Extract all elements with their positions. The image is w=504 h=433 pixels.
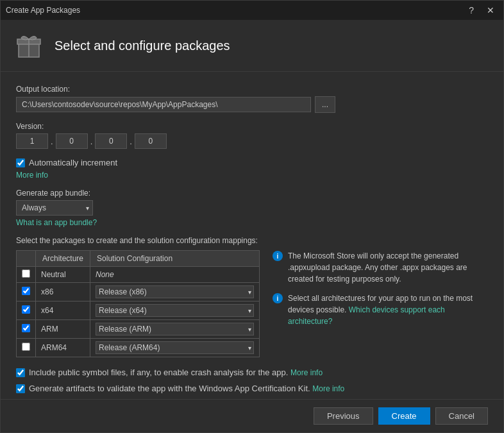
header-section: Select and configure packages — [1, 20, 503, 72]
output-location-row: ... — [16, 96, 488, 113]
row-check-cell — [17, 267, 36, 283]
version-sep-1: . — [51, 137, 53, 146]
auto-increment-row: Automatically increment — [16, 158, 488, 167]
x86-config-select[interactable]: Release (x86) Debug (x86) — [96, 285, 254, 298]
browse-button[interactable]: ... — [315, 96, 335, 113]
version-label: Version: — [16, 122, 488, 131]
row-check-cell — [17, 339, 36, 357]
info-text-1: The Microsoft Store will only accept the… — [288, 250, 488, 285]
row-config-neutral: None — [90, 267, 260, 283]
row-config-arm: Release (ARM) Debug (ARM) — [90, 320, 260, 339]
table-row: x86 Release (x86) Debug (x86) — [17, 283, 260, 301]
auto-increment-group: Automatically increment More info — [16, 158, 488, 180]
col-arch: Architecture — [36, 251, 90, 267]
artifacts-text: Generate artifacts to validate the app w… — [29, 384, 344, 393]
info-text-2: Select all architectures for your app to… — [288, 293, 488, 327]
row-config-x64: Release (x64) Debug (x64) — [90, 301, 260, 320]
x64-config-select[interactable]: Release (x64) Debug (x64) — [96, 304, 254, 317]
info-icon-2: i — [273, 293, 283, 303]
bundle-select[interactable]: Always As needed Never — [16, 200, 93, 216]
output-location-input[interactable] — [16, 97, 311, 112]
packages-table: Architecture Solution Configuration — [16, 250, 260, 357]
symbol-files-row: Include public symbol files, if any, to … — [16, 368, 488, 377]
row-arch-neutral: Neutral — [36, 267, 90, 283]
row-arch-arm64: ARM64 — [36, 339, 90, 357]
row-check-cell — [17, 320, 36, 339]
version-build[interactable] — [135, 133, 167, 149]
artifacts-checkbox[interactable] — [16, 384, 25, 393]
table-row: ARM Release (ARM) Debug (ARM) — [17, 320, 260, 339]
package-icon — [13, 30, 44, 61]
row-check-cell — [17, 283, 36, 301]
bottom-checkboxes: Include public symbol files, if any, to … — [16, 368, 488, 396]
arm-select-wrapper: Release (ARM) Debug (ARM) — [96, 323, 254, 335]
info-item-2: i Select all architectures for your app … — [273, 293, 488, 327]
output-location-group: Output location: ... — [16, 85, 488, 113]
table-row: ARM64 Release (ARM64) Debug (ARM64) — [17, 339, 260, 357]
which-devices-link[interactable]: Which devices support each architecture? — [288, 305, 445, 326]
row-config-x86: Release (x86) Debug (x86) — [90, 283, 260, 301]
title-bar-buttons: ? ✕ — [465, 4, 498, 17]
help-button[interactable]: ? — [465, 4, 478, 17]
symbol-files-text: Include public symbol files, if any, to … — [29, 368, 323, 377]
version-more-info-link[interactable]: More info — [16, 171, 48, 180]
content: Select and configure packages Output loc… — [1, 20, 503, 432]
title-bar: Create App Packages ? ✕ — [1, 1, 503, 20]
bundle-dropdown-row: Always As needed Never — [16, 200, 488, 216]
version-group: Version: . . . — [16, 122, 488, 149]
x86-select-wrapper: Release (x86) Debug (x86) — [96, 285, 254, 298]
packages-table-container: Architecture Solution Configuration — [16, 250, 260, 357]
packages-section-label: Select the packages to create and the so… — [16, 236, 488, 245]
table-row: x64 Release (x64) Debug (x64) — [17, 301, 260, 320]
row-checkbox-arm[interactable] — [22, 324, 30, 332]
artifacts-row: Generate artifacts to validate the app w… — [16, 384, 488, 393]
bundle-label: Generate app bundle: — [16, 189, 488, 198]
arm64-select-wrapper: Release (ARM64) Debug (ARM64) — [96, 341, 254, 354]
row-arch-x64: x64 — [36, 301, 90, 320]
row-arch-arm: ARM — [36, 320, 90, 339]
create-button[interactable]: Create — [378, 407, 430, 425]
row-checkbox-x86[interactable] — [22, 287, 30, 295]
previous-button[interactable]: Previous — [314, 407, 373, 425]
version-minor[interactable] — [56, 133, 88, 149]
col-check — [17, 251, 36, 267]
version-sep-2: . — [90, 137, 93, 146]
bundle-group: Generate app bundle: Always As needed Ne… — [16, 189, 488, 227]
version-row: . . . — [16, 133, 488, 149]
auto-increment-label: Automatically increment — [29, 158, 117, 167]
cancel-button[interactable]: Cancel — [435, 407, 488, 425]
window-title: Create App Packages — [6, 6, 80, 15]
row-arch-x86: x86 — [36, 283, 90, 301]
artifacts-more-info-link[interactable]: More info — [312, 384, 344, 393]
bundle-select-wrapper: Always As needed Never — [16, 200, 93, 216]
version-patch[interactable] — [95, 133, 127, 149]
x64-select-wrapper: Release (x64) Debug (x64) — [96, 304, 254, 317]
col-config: Solution Configuration — [90, 251, 260, 267]
symbol-files-more-info-link[interactable]: More info — [290, 368, 323, 377]
symbol-files-checkbox[interactable] — [16, 368, 25, 377]
table-row: Neutral None — [17, 267, 260, 283]
page-title: Select and configure packages — [55, 38, 230, 53]
version-major[interactable] — [16, 133, 48, 149]
row-checkbox-x64[interactable] — [22, 305, 30, 314]
row-checkbox-neutral[interactable] — [22, 269, 30, 278]
row-check-cell — [17, 301, 36, 320]
window: Create App Packages ? ✕ Select and confi… — [0, 0, 504, 433]
close-button[interactable]: ✕ — [483, 4, 498, 17]
what-is-bundle-link[interactable]: What is an app bundle? — [16, 218, 97, 227]
packages-section: Select the packages to create and the so… — [16, 236, 488, 357]
row-config-arm64: Release (ARM64) Debug (ARM64) — [90, 339, 260, 357]
arm64-config-select[interactable]: Release (ARM64) Debug (ARM64) — [96, 341, 254, 354]
output-location-label: Output location: — [16, 85, 488, 94]
arm-config-select[interactable]: Release (ARM) Debug (ARM) — [96, 323, 254, 335]
footer: Previous Create Cancel — [1, 399, 503, 432]
info-panel: i The Microsoft Store will only accept t… — [273, 250, 488, 327]
auto-increment-checkbox[interactable] — [16, 158, 25, 167]
row-checkbox-arm64[interactable] — [22, 343, 30, 351]
version-sep-3: . — [130, 137, 132, 146]
packages-area: Architecture Solution Configuration — [16, 250, 488, 357]
info-item-1: i The Microsoft Store will only accept t… — [273, 250, 488, 285]
info-icon-1: i — [273, 251, 283, 261]
main-body: Output location: ... Version: . . . — [1, 72, 503, 399]
